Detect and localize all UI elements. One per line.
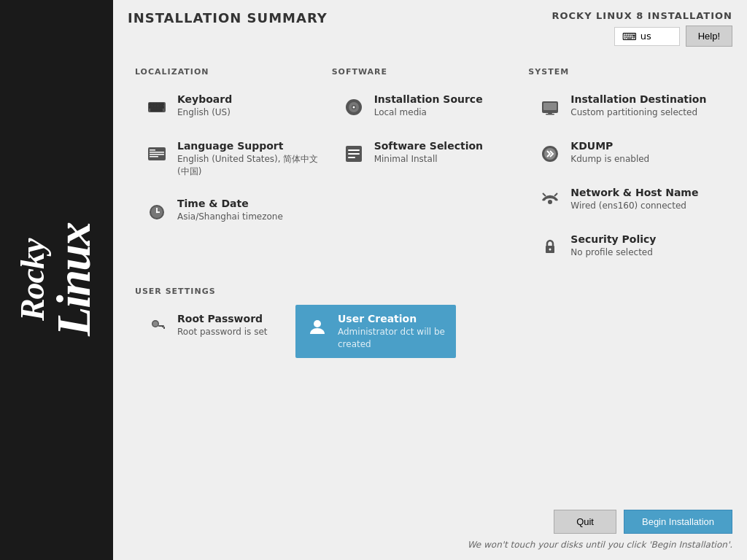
svg-rect-1 (150, 104, 152, 105)
kdump-icon (537, 141, 563, 167)
header-controls: ⌨ us Help! (614, 26, 732, 47)
system-column: Installation Destination Custom partitio… (528, 85, 725, 272)
user-settings-items: Root Password Root password is set User … (135, 305, 725, 362)
keyboard-item[interactable]: Keyboard English (US) (135, 85, 332, 128)
sidebar-logo: RockyLinux (16, 223, 98, 336)
security-policy-subtitle: No profile selected (570, 246, 656, 259)
language-support-item[interactable]: Language Support English (United States)… (135, 132, 332, 185)
software-column: Installation Source Local media (332, 85, 529, 272)
keyboard-item-icon (144, 94, 170, 120)
keyboard-indicator[interactable]: ⌨ us (614, 27, 680, 46)
svg-rect-2 (152, 104, 155, 105)
svg-rect-11 (151, 109, 162, 111)
software-selection-text: Software Selection Minimal Install (374, 139, 483, 166)
svg-rect-31 (543, 103, 557, 110)
svg-point-25 (352, 106, 355, 109)
rocky-linux-title: ROCKY LINUX 8 INSTALLATION (551, 10, 732, 21)
content-area: LOCALIZATION SOFTWARE SYSTEM (113, 54, 747, 502)
header: INSTALLATION SUMMARY ROCKY LINUX 8 INSTA… (113, 0, 747, 54)
svg-rect-29 (348, 157, 355, 158)
svg-rect-13 (150, 149, 155, 151)
kdump-subtitle: Kdump is enabled (570, 153, 649, 166)
security-policy-title: Security Policy (570, 233, 656, 246)
installation-source-text: Installation Source Local media (374, 93, 483, 119)
svg-rect-27 (348, 149, 360, 151)
svg-rect-3 (155, 104, 158, 105)
network-host-icon (537, 187, 563, 214)
main-content: INSTALLATION SUMMARY ROCKY LINUX 8 INSTA… (113, 0, 747, 560)
root-password-icon (144, 314, 170, 340)
help-button[interactable]: Help! (686, 26, 732, 47)
installation-destination-icon (537, 94, 563, 120)
svg-rect-8 (155, 106, 158, 108)
svg-rect-32 (548, 112, 552, 114)
svg-rect-28 (348, 153, 360, 155)
kdump-title: KDUMP (570, 139, 649, 152)
time-date-subtitle: Asia/Shanghai timezone (177, 211, 283, 223)
svg-rect-10 (161, 106, 163, 108)
keyboard-icon: ⌨ (622, 31, 637, 42)
svg-rect-43 (163, 327, 165, 329)
installation-source-subtitle: Local media (374, 106, 483, 119)
header-right: ROCKY LINUX 8 INSTALLATION ⌨ us Help! (551, 10, 732, 47)
user-settings-section: USER SETTINGS Root Password (135, 287, 725, 362)
section-titles-row: LOCALIZATION SOFTWARE SYSTEM (135, 61, 725, 85)
system-header: SYSTEM (528, 67, 725, 77)
footer: Quit Begin Installation We won't touch y… (113, 502, 747, 560)
network-host-text: Network & Host Name Wired (ens160) conne… (570, 186, 698, 212)
kdump-text: KDUMP Kdump is enabled (570, 139, 649, 166)
svg-rect-15 (150, 154, 164, 155)
security-policy-item[interactable]: Security Policy No profile selected (528, 225, 725, 268)
main-columns: Keyboard English (US) (135, 85, 725, 272)
software-selection-subtitle: Minimal Install (374, 153, 483, 166)
svg-rect-42 (162, 325, 163, 327)
keyboard-item-title: Keyboard (177, 93, 232, 106)
network-host-item[interactable]: Network & Host Name Wired (ens160) conne… (528, 179, 725, 221)
svg-rect-33 (546, 114, 554, 115)
localization-header: LOCALIZATION (135, 67, 332, 77)
network-host-subtitle: Wired (ens160) connected (570, 200, 698, 212)
svg-point-38 (549, 249, 551, 251)
installation-destination-text: Installation Destination Custom partitio… (570, 93, 706, 119)
installation-source-icon (341, 94, 367, 120)
root-password-subtitle: Root password is set (177, 326, 268, 338)
user-creation-title: User Creation (338, 312, 447, 325)
keyboard-item-text: Keyboard English (US) (177, 93, 232, 119)
time-date-item[interactable]: Time & Date Asia/Shanghai timezone (135, 190, 332, 232)
kdump-item[interactable]: KDUMP Kdump is enabled (528, 132, 725, 174)
software-selection-item[interactable]: Software Selection Minimal Install (332, 132, 529, 174)
installation-destination-subtitle: Custom partitioning selected (570, 106, 706, 119)
installation-source-item[interactable]: Installation Source Local media (332, 85, 529, 128)
svg-rect-9 (158, 106, 160, 108)
page-title: INSTALLATION SUMMARY (128, 10, 328, 26)
root-password-title: Root Password (177, 312, 268, 325)
svg-rect-7 (152, 106, 155, 108)
svg-rect-14 (150, 152, 164, 153)
installation-destination-title: Installation Destination (570, 93, 706, 106)
security-policy-text: Security Policy No profile selected (570, 233, 656, 259)
svg-rect-4 (158, 104, 160, 105)
user-creation-text: User Creation Administrator dct will be … (338, 312, 447, 351)
svg-rect-16 (150, 156, 158, 158)
root-password-text: Root Password Root password is set (177, 312, 268, 338)
language-support-icon (144, 141, 170, 167)
software-selection-title: Software Selection (374, 139, 483, 152)
user-creation-subtitle: Administrator dct will be created (338, 326, 447, 351)
time-date-icon (144, 198, 170, 225)
time-date-title: Time & Date (177, 197, 283, 210)
language-support-title: Language Support (177, 139, 323, 152)
user-settings-header: USER SETTINGS (135, 287, 725, 296)
installation-source-title: Installation Source (374, 93, 483, 106)
user-creation-icon (304, 314, 330, 340)
begin-installation-button[interactable]: Begin Installation (624, 510, 732, 534)
svg-point-40 (153, 322, 158, 327)
user-creation-item[interactable]: User Creation Administrator dct will be … (295, 305, 456, 358)
network-host-title: Network & Host Name (570, 186, 698, 199)
language-support-text: Language Support English (United States)… (177, 139, 323, 178)
installation-destination-item[interactable]: Installation Destination Custom partitio… (528, 85, 725, 128)
root-password-item[interactable]: Root Password Root password is set (135, 305, 295, 358)
quit-button[interactable]: Quit (554, 510, 616, 534)
svg-rect-6 (150, 106, 152, 108)
keyboard-layout-label: us (640, 31, 651, 42)
svg-rect-5 (161, 104, 163, 105)
